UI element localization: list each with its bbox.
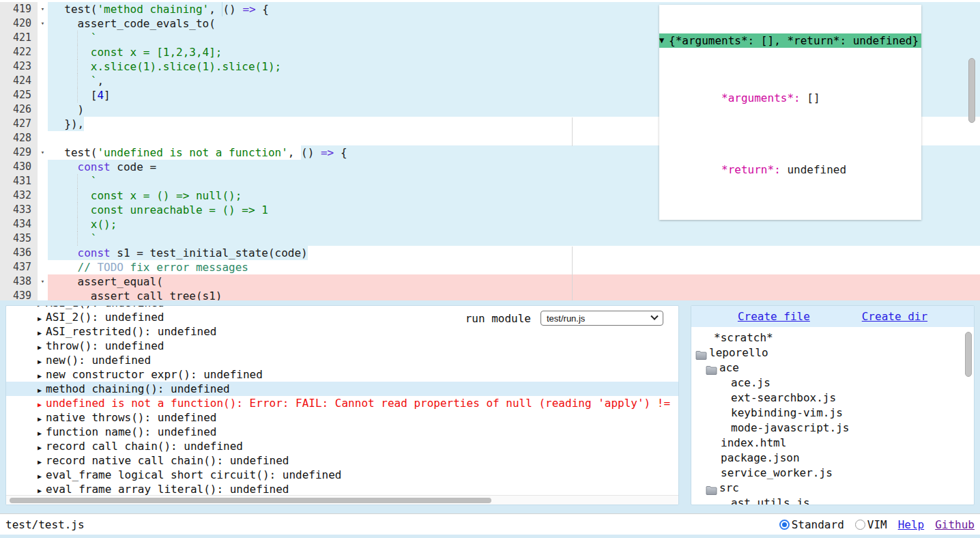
- fold-icon[interactable]: ▾: [38, 145, 48, 160]
- code-token: [51, 246, 78, 260]
- collapsed-triangle-icon[interactable]: ▶: [38, 354, 46, 369]
- result-row[interactable]: ▶new(): undefined: [38, 353, 678, 367]
- tree-row--scratch-[interactable]: *scratch*: [691, 330, 974, 345]
- tree-row-leporello[interactable]: leporello: [691, 345, 974, 360]
- tree-row-package-json[interactable]: package.json: [691, 451, 974, 466]
- editor-scrollbar-thumb[interactable]: [968, 58, 975, 123]
- tooltip-value: [801, 91, 807, 104]
- code-token: const x = () => null();: [51, 188, 242, 203]
- tooltip-row: *return*: undefined: [659, 148, 921, 191]
- code-token: assert_equal(: [51, 274, 163, 289]
- create-file-link[interactable]: Create file: [738, 310, 810, 323]
- help-link[interactable]: Help: [898, 518, 925, 531]
- collapsed-triangle-icon[interactable]: ▶: [38, 340, 46, 354]
- result-label: new constructor expr(): undefined: [46, 368, 263, 381]
- result-row[interactable]: ▶record native call chain(): undefined: [38, 453, 678, 468]
- file-tree-header: Create file Create dir: [691, 306, 974, 327]
- fold-icon[interactable]: ▾: [38, 274, 48, 289]
- tree-row-ace-js[interactable]: ace.js: [691, 376, 974, 391]
- result-label: native throws(): undefined: [46, 411, 216, 424]
- line-number: 435: [0, 231, 38, 246]
- collapsed-triangle-icon[interactable]: ▶: [38, 369, 46, 383]
- result-row[interactable]: ▶method chaining(): undefined: [6, 382, 678, 396]
- fold-gutter: [38, 246, 48, 260]
- tree-row-ext-searchbox-js[interactable]: ext-searchbox.js: [691, 391, 974, 406]
- code-token: const: [78, 246, 111, 260]
- tree-row-src[interactable]: src: [691, 481, 974, 496]
- code-line-439[interactable]: 439 assert_call_tree(s1): [0, 289, 980, 300]
- line-number: 428: [0, 131, 38, 145]
- create-dir-link[interactable]: Create dir: [862, 310, 927, 323]
- expand-triangle-icon[interactable]: ▼: [659, 33, 669, 48]
- result-row[interactable]: ▶eval_frame array_literal(): undefined: [38, 482, 678, 496]
- code-token: const: [78, 160, 111, 174]
- result-label: eval_frame logical short circuit(): unde…: [46, 468, 341, 481]
- code-token: ,: [209, 2, 222, 16]
- tree-row-service-worker-js[interactable]: service_worker.js: [691, 466, 974, 481]
- line-number: 420: [0, 16, 38, 31]
- result-row[interactable]: ▶new constructor expr(): undefined: [38, 367, 678, 382]
- github-link[interactable]: Github: [935, 518, 975, 531]
- tree-row-keybinding-vim-js[interactable]: keybinding-vim.js: [691, 406, 974, 421]
- line-number: 423: [0, 59, 38, 74]
- result-row[interactable]: ▶eval_frame logical short circuit(): und…: [38, 468, 678, 482]
- run-module-select[interactable]: test/run.js: [541, 311, 663, 326]
- radio-standard-icon[interactable]: [779, 520, 790, 530]
- result-row[interactable]: ▶function name(): undefined: [38, 425, 678, 439]
- collapsed-triangle-icon[interactable]: ▶: [38, 412, 46, 426]
- fold-gutter: [38, 231, 48, 246]
- fold-icon[interactable]: ▾: [38, 16, 48, 31]
- results-horizontal-scrollbar[interactable]: [6, 495, 678, 505]
- code-line-436[interactable]: 436 const s1 = test_initial_state(code): [0, 246, 980, 260]
- collapsed-triangle-icon[interactable]: ▶: [38, 311, 46, 326]
- result-row[interactable]: ▶native throws(): undefined: [38, 410, 678, 425]
- collapsed-triangle-icon[interactable]: ▶: [38, 455, 46, 469]
- tree-row-index-html[interactable]: index.html: [691, 436, 974, 451]
- line-number: 436: [0, 246, 38, 260]
- test-results-panel: ▶ASI_1(): undefined▶ASI_2(): undefined▶A…: [5, 305, 679, 505]
- code-line-435[interactable]: 435 `: [0, 231, 980, 246]
- file-name: mode-javascript.js: [731, 421, 849, 436]
- radio-vim-icon[interactable]: [855, 520, 865, 530]
- tooltip-value: [781, 163, 788, 176]
- run-module-control: run module test/run.js: [465, 311, 663, 326]
- result-row[interactable]: ▶ASI_1(): undefined: [38, 305, 678, 310]
- code-token: test(: [51, 145, 97, 160]
- result-row[interactable]: ▶ASI_restrited(): undefined: [38, 324, 678, 339]
- collapsed-triangle-icon[interactable]: ▶: [38, 469, 46, 483]
- tree-row-mode-javascript-js[interactable]: mode-javascript.js: [691, 421, 974, 436]
- code-line-438[interactable]: 438▾ assert_equal(: [0, 274, 980, 289]
- tree-scrollbar-thumb[interactable]: [965, 332, 972, 377]
- collapsed-triangle-icon[interactable]: ▶: [38, 383, 46, 397]
- tooltip-key: *arguments*:: [721, 91, 801, 104]
- code-token: {: [262, 2, 269, 16]
- code-editor[interactable]: 419▾ test('method chaining', () => {420▾…: [0, 0, 980, 300]
- code-token: `: [51, 174, 97, 188]
- executed-highlight: const s1 = test_initial_state(code): [51, 246, 308, 260]
- collapsed-triangle-icon[interactable]: ▶: [38, 397, 46, 412]
- code-token: [: [51, 88, 97, 102]
- folder-name: src: [719, 481, 739, 496]
- code-token: fix error messages: [124, 260, 248, 274]
- pane-divider: [572, 246, 573, 300]
- keybinding-option-vim[interactable]: VIM: [855, 518, 887, 531]
- tooltip-header-row[interactable]: ▼{*arguments*: [], *return*: undefined}: [659, 33, 921, 48]
- result-row[interactable]: ▶record call chain(): undefined: [38, 439, 678, 453]
- line-number: 433: [0, 203, 38, 217]
- code-line-437[interactable]: 437 // TODO fix error messages: [0, 260, 980, 274]
- collapsed-triangle-icon[interactable]: ▶: [38, 426, 46, 440]
- tree-row-ace[interactable]: ace: [691, 360, 974, 376]
- code-token: `: [51, 74, 97, 88]
- collapsed-triangle-icon[interactable]: ▶: [38, 440, 46, 455]
- result-label: ASI_2(): undefined: [46, 311, 164, 324]
- results-scrollbar-thumb[interactable]: [10, 498, 491, 503]
- collapsed-triangle-icon[interactable]: ▶: [38, 326, 46, 340]
- tree-row-ast-utils-js[interactable]: ast_utils.js: [691, 496, 974, 505]
- result-row[interactable]: ▶throw(): undefined: [38, 339, 678, 353]
- fold-gutter: [38, 188, 48, 203]
- keybinding-option-standard[interactable]: Standard: [779, 518, 844, 531]
- fold-icon[interactable]: ▾: [38, 2, 48, 16]
- result-row[interactable]: ▶undefined is not a function(): Error: F…: [38, 396, 678, 410]
- code-token: const unreachable = () => 1: [51, 203, 268, 217]
- run-module-selected-value: test/run.js: [547, 313, 652, 324]
